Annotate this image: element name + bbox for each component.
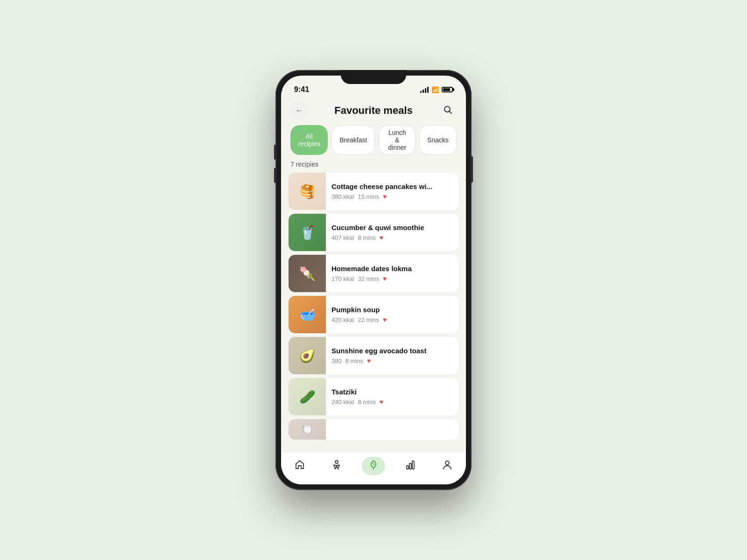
- recipe-time-4: 22 mins: [358, 316, 379, 323]
- recipe-image-7: 🍽️: [289, 419, 326, 440]
- bottom-nav: [281, 452, 466, 484]
- battery-icon: [442, 87, 453, 92]
- recipe-name-1: Cottage cheese pancakes wi...: [331, 182, 453, 190]
- back-button[interactable]: ←: [290, 102, 308, 119]
- list-item[interactable]: 🥞 Cottage cheese pancakes wi... 380 kkal…: [289, 173, 458, 210]
- recipes-icon: [368, 460, 379, 472]
- phone-screen: 9:41 📶 ← Favourite meals: [281, 76, 466, 484]
- recipe-image-5: 🥑: [289, 337, 326, 374]
- svg-rect-6: [409, 463, 411, 469]
- recipe-kkal-2: 407 kkal: [331, 234, 354, 241]
- recipe-name-5: Sunshine egg avocado toast: [331, 347, 453, 355]
- recipe-count: 7 recipies: [281, 161, 466, 173]
- volume-down-button: [274, 168, 276, 183]
- nav-stats[interactable]: [399, 457, 422, 475]
- recipe-time-5: 8 mins: [345, 357, 363, 364]
- back-arrow-icon: ←: [296, 106, 303, 115]
- list-item[interactable]: 🥤 Cucumber & quwi smoothie 407 kkal 8 mi…: [289, 214, 458, 251]
- recipe-time-3: 32 mins: [358, 275, 379, 282]
- status-time: 9:41: [294, 85, 309, 94]
- recipe-name-2: Cucumber & quwi smoothie: [331, 224, 453, 231]
- nav-activity[interactable]: [325, 457, 348, 475]
- recipe-image-6: 🥒: [289, 378, 326, 415]
- recipe-time-6: 8 mins: [358, 399, 375, 406]
- recipe-name-6: Tsatziki: [331, 388, 453, 396]
- search-icon: [443, 105, 452, 117]
- list-item[interactable]: 🥒 Tsatziki 240 kkal 8 mins ♥: [289, 378, 458, 415]
- stats-icon: [405, 460, 416, 472]
- favourite-icon-2[interactable]: ♥: [380, 234, 383, 241]
- filter-breakfast[interactable]: Breakfast: [331, 125, 375, 155]
- recipe-image-4: 🥣: [289, 296, 326, 333]
- recipe-image-3: 🍡: [289, 255, 326, 292]
- profile-icon: [442, 460, 452, 472]
- svg-point-2: [335, 461, 338, 463]
- status-icons: 📶: [420, 86, 453, 93]
- favourite-icon-4[interactable]: ♥: [383, 316, 387, 323]
- power-button: [471, 156, 473, 182]
- recipe-time-2: 8 mins: [358, 234, 375, 241]
- svg-rect-7: [412, 461, 414, 469]
- list-item[interactable]: 🥑 Sunshine egg avocado toast 380 8 mins …: [289, 337, 458, 374]
- svg-rect-5: [407, 466, 409, 469]
- nav-recipes[interactable]: [362, 457, 385, 475]
- nav-profile[interactable]: [436, 457, 459, 475]
- list-item[interactable]: 🍡 Homemade dates lokma 170 kkal 32 mins …: [289, 255, 458, 292]
- recipe-image-2: 🥤: [289, 214, 326, 251]
- filter-all-recipies[interactable]: All recipies: [290, 125, 328, 155]
- recipe-name-4: Pumpkin soup: [331, 306, 453, 314]
- search-button[interactable]: [439, 102, 457, 119]
- recipe-list: 🥞 Cottage cheese pancakes wi... 380 kkal…: [281, 173, 466, 452]
- phone-frame: 9:41 📶 ← Favourite meals: [275, 70, 472, 490]
- recipe-time-1: 15 mins: [358, 193, 379, 200]
- recipe-kkal-6: 240 kkal: [331, 399, 354, 406]
- wifi-icon: 📶: [431, 86, 439, 93]
- list-item[interactable]: 🥣 Pumpkin soup 420 kkal 22 mins ♥: [289, 296, 458, 333]
- volume-up-button: [274, 145, 276, 160]
- notch: [341, 70, 406, 84]
- favourite-icon-3[interactable]: ♥: [383, 275, 387, 282]
- recipe-name-3: Homemade dates lokma: [331, 265, 453, 273]
- svg-line-1: [449, 111, 451, 113]
- list-item[interactable]: 🍽️: [289, 419, 458, 440]
- page-title: Favourite meals: [334, 105, 413, 117]
- filter-tabs: All recipies Breakfast Lunch & dinner Sn…: [281, 125, 466, 161]
- svg-point-8: [445, 461, 449, 465]
- filter-lunch-dinner[interactable]: Lunch & dinner: [379, 125, 416, 155]
- filter-snacks[interactable]: Snacks: [419, 125, 457, 155]
- favourite-icon-1[interactable]: ♥: [383, 193, 387, 200]
- activity-icon: [331, 460, 342, 472]
- svg-line-4: [373, 463, 374, 465]
- favourite-icon-5[interactable]: ♥: [367, 357, 371, 364]
- header: ← Favourite meals: [281, 98, 466, 125]
- nav-home[interactable]: [288, 457, 311, 475]
- recipe-kkal-3: 170 kkal: [331, 275, 354, 282]
- recipe-kkal-5: 380: [331, 357, 342, 364]
- signal-icon: [420, 86, 429, 93]
- favourite-icon-6[interactable]: ♥: [380, 398, 383, 406]
- home-icon: [295, 460, 305, 472]
- recipe-image-1: 🥞: [289, 173, 326, 210]
- recipe-kkal-1: 380 kkal: [331, 193, 354, 200]
- recipe-kkal-4: 420 kkal: [331, 316, 354, 323]
